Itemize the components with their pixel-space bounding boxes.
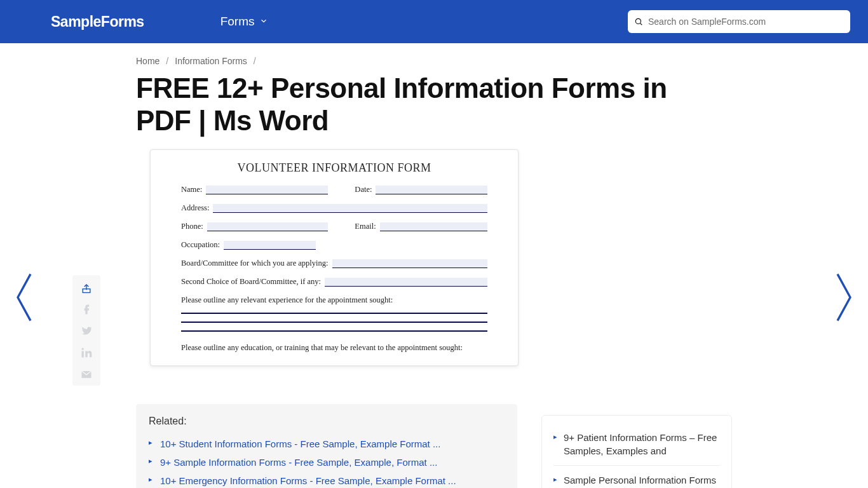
crumb-sep: / xyxy=(254,56,256,66)
field-date xyxy=(376,186,487,194)
form-heading: VOLUNTEER INFORMATION FORM xyxy=(181,161,487,175)
label-experience: Please outline any relevant experience f… xyxy=(181,295,487,305)
label-date: Date: xyxy=(355,185,372,194)
email-icon[interactable] xyxy=(80,368,93,381)
top-nav: SampleForms Forms xyxy=(0,0,868,43)
field-board xyxy=(332,259,487,268)
crumb-category[interactable]: Information Forms xyxy=(175,56,247,66)
field-occupation xyxy=(224,241,316,250)
twitter-icon[interactable] xyxy=(80,325,93,337)
label-education: Please outline any education, or trainin… xyxy=(181,343,487,353)
label-board: Board/Committee for which you are applyi… xyxy=(181,259,329,268)
row-name-date: Name: Date: xyxy=(181,185,487,194)
related-link[interactable]: 10+ Student Information Forms - Free Sam… xyxy=(149,435,505,453)
form-preview-card[interactable]: VOLUNTEER INFORMATION FORM Name: Date: A… xyxy=(150,149,519,366)
sidebar-link[interactable]: Sample Personal Information Forms - 8+ F… xyxy=(553,466,720,488)
field-second xyxy=(325,278,487,287)
sidebar-link[interactable]: 9+ Patient Information Forms – Free Samp… xyxy=(553,423,720,466)
field-email xyxy=(380,222,487,231)
row-address: Address: xyxy=(181,203,487,213)
search-box[interactable] xyxy=(628,10,850,33)
related-link[interactable]: 10+ Emergency Information Forms - Free S… xyxy=(149,471,505,488)
svg-point-5 xyxy=(82,348,84,350)
prev-slide-button[interactable] xyxy=(11,272,37,323)
site-logo[interactable]: SampleForms xyxy=(51,13,144,30)
related-box: Related: 10+ Student Information Forms -… xyxy=(136,404,517,488)
logo-part-a: Sample xyxy=(51,13,101,30)
search-input[interactable] xyxy=(648,17,844,27)
search-icon xyxy=(634,17,643,26)
experience-lines xyxy=(181,313,487,332)
field-name xyxy=(206,186,328,194)
svg-rect-4 xyxy=(82,351,84,358)
chevron-down-icon xyxy=(259,15,268,29)
label-occupation: Occupation: xyxy=(181,240,220,250)
nav-forms-menu[interactable]: Forms xyxy=(220,15,269,29)
label-second: Second Choice of Board/Committee, if any… xyxy=(181,277,321,287)
related-heading: Related: xyxy=(149,416,505,427)
sidebar-links: 9+ Patient Information Forms – Free Samp… xyxy=(541,415,732,488)
field-phone xyxy=(207,222,329,231)
label-email: Email: xyxy=(355,222,376,231)
facebook-icon[interactable] xyxy=(80,303,93,316)
crumb-home[interactable]: Home xyxy=(136,56,159,66)
svg-line-1 xyxy=(641,24,642,25)
breadcrumb: Home / Information Forms / xyxy=(136,56,868,66)
share-rail xyxy=(72,275,100,386)
share-icon[interactable] xyxy=(80,281,93,294)
field-address xyxy=(213,204,487,213)
label-name: Name: xyxy=(181,185,202,194)
row-second: Second Choice of Board/Committee, if any… xyxy=(181,277,487,287)
row-occupation: Occupation: xyxy=(181,240,316,250)
logo-part-b: Forms xyxy=(101,13,144,30)
crumb-sep: / xyxy=(166,56,168,66)
related-link[interactable]: 9+ Sample Information Forms - Free Sampl… xyxy=(149,453,505,471)
page-title: FREE 12+ Personal Information Forms in P… xyxy=(136,72,708,137)
svg-point-0 xyxy=(635,18,641,24)
row-phone-email: Phone: Email: xyxy=(181,222,487,231)
linkedin-icon[interactable] xyxy=(80,346,93,359)
next-slide-button[interactable] xyxy=(831,272,857,323)
nav-forms-label: Forms xyxy=(220,15,255,29)
label-address: Address: xyxy=(181,203,209,213)
label-phone: Phone: xyxy=(181,222,203,231)
row-board: Board/Committee for which you are applyi… xyxy=(181,259,487,268)
